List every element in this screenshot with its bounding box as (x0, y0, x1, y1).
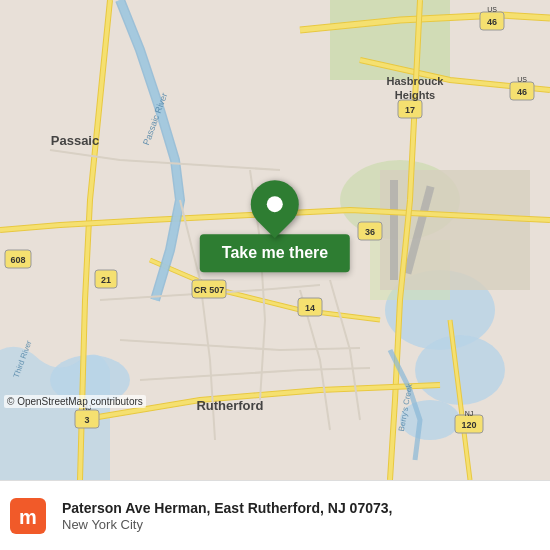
svg-text:46: 46 (517, 87, 527, 97)
button-overlay: Take me there (200, 180, 350, 272)
svg-rect-9 (390, 180, 398, 280)
svg-text:36: 36 (365, 227, 375, 237)
svg-text:Heights: Heights (395, 89, 435, 101)
attribution-text: © OpenStreetMap contributors (7, 396, 143, 407)
address-line1: Paterson Ave Herman, East Rutherford, NJ… (62, 499, 540, 517)
svg-text:Passaic: Passaic (51, 133, 99, 148)
take-me-there-button[interactable]: Take me there (200, 234, 350, 272)
svg-text:Hasbrouck: Hasbrouck (387, 75, 445, 87)
svg-text:US: US (487, 6, 497, 13)
svg-text:NJ: NJ (465, 410, 474, 417)
address-block: Paterson Ave Herman, East Rutherford, NJ… (62, 499, 540, 532)
moovit-logo-icon: m (10, 498, 46, 534)
svg-text:Rutherford: Rutherford (196, 398, 263, 413)
svg-text:m: m (19, 506, 37, 528)
svg-text:14: 14 (305, 303, 315, 313)
location-pin-icon (241, 170, 309, 238)
map-container: 21 46 US 46 US 608 CR 507 36 14 120 NJ 3… (0, 0, 550, 480)
svg-text:21: 21 (101, 275, 111, 285)
svg-text:120: 120 (461, 420, 476, 430)
svg-text:3: 3 (84, 415, 89, 425)
svg-text:CR 507: CR 507 (194, 285, 225, 295)
osm-attribution: © OpenStreetMap contributors (4, 395, 146, 408)
svg-text:46: 46 (487, 17, 497, 27)
moovit-logo: m (10, 498, 52, 534)
svg-text:US: US (517, 76, 527, 83)
svg-text:608: 608 (10, 255, 25, 265)
svg-text:17: 17 (405, 105, 415, 115)
footer: m Paterson Ave Herman, East Rutherford, … (0, 480, 550, 550)
address-line2: New York City (62, 517, 540, 532)
